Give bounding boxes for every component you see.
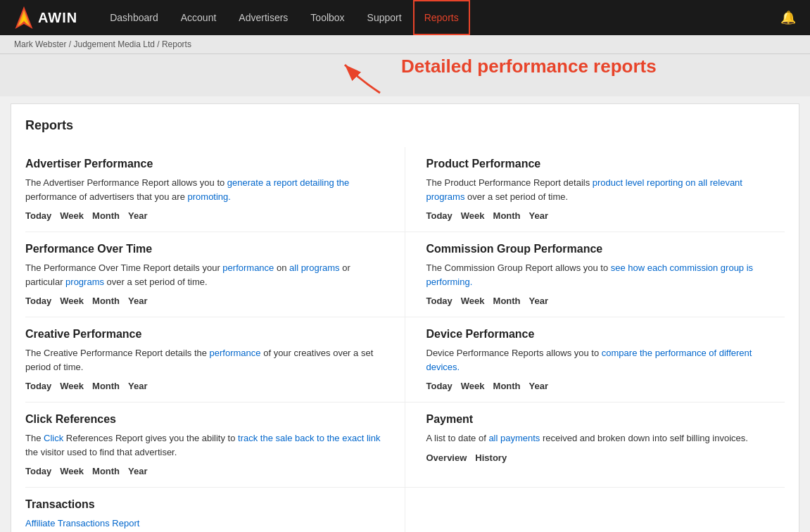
- report-links-device-performance: Today Week Month Year: [426, 381, 771, 391]
- advertiser-today-link[interactable]: Today: [25, 210, 51, 221]
- product-week-link[interactable]: Week: [461, 210, 485, 221]
- report-links-payment: Overview History: [426, 452, 771, 463]
- breadcrumb-judgement-media[interactable]: Judgement Media Ltd: [73, 39, 154, 49]
- device-week-link[interactable]: Week: [461, 381, 485, 391]
- perf-link-all[interactable]: all programs: [289, 262, 340, 273]
- logo-text: AWIN: [38, 10, 77, 26]
- report-item-transactions: Transactions Affiliate Transactions Repo…: [25, 488, 405, 532]
- transactions-affiliate-link[interactable]: Affiliate Transactions Report: [25, 518, 139, 528]
- report-title-click-references: Click References: [25, 413, 384, 426]
- report-item-click-references: Click References The Click References Re…: [25, 403, 405, 488]
- perf-week-link[interactable]: Week: [60, 296, 84, 306]
- payment-link-all[interactable]: all payments: [488, 433, 540, 443]
- click-today-link[interactable]: Today: [25, 466, 51, 476]
- report-desc-device-performance: Device Performance Reports allows you to…: [426, 346, 771, 374]
- creative-year-link[interactable]: Year: [128, 381, 147, 391]
- comm-year-link[interactable]: Year: [529, 296, 548, 306]
- comm-today-link[interactable]: Today: [426, 296, 453, 306]
- nav-toolbox[interactable]: Toolbox: [299, 0, 355, 35]
- reports-grid: Advertiser Performance The Advertiser Pe…: [25, 147, 785, 532]
- report-link-promoting[interactable]: promoting.: [188, 191, 231, 202]
- report-title-transactions: Transactions: [25, 498, 384, 511]
- report-links-click-references: Today Week Month Year: [25, 466, 384, 476]
- page-title: Reports: [25, 118, 785, 133]
- click-month-link[interactable]: Month: [92, 466, 120, 476]
- comm-link-see[interactable]: see how each commission group is: [611, 262, 753, 273]
- report-links-advertiser-performance: Today Week Month Year: [25, 210, 384, 221]
- perf-month-link[interactable]: Month: [92, 296, 120, 306]
- device-link-compare[interactable]: compare the performance of different dev…: [426, 348, 752, 372]
- click-link-click[interactable]: Click: [44, 433, 63, 443]
- report-links-product-performance: Today Week Month Year: [426, 210, 771, 221]
- comm-link-performing[interactable]: performing.: [426, 277, 473, 287]
- report-desc-advertiser-performance: The Advertiser Performance Report allows…: [25, 176, 384, 203]
- device-month-link[interactable]: Month: [493, 381, 521, 391]
- report-desc-click-references: The Click References Report gives you th…: [25, 431, 384, 459]
- main-content: Reports Advertiser Performance The Adver…: [11, 103, 799, 532]
- report-links-commission-group: Today Week Month Year: [426, 296, 771, 306]
- report-desc-payment: A list to date of all payments received …: [426, 431, 771, 445]
- creative-link-performance[interactable]: performance: [210, 348, 261, 358]
- click-week-link[interactable]: Week: [60, 466, 84, 476]
- nav-dashboard[interactable]: Dashboard: [99, 0, 170, 35]
- report-title-creative-performance: Creative Performance: [25, 328, 384, 341]
- report-desc-product-performance: The Product Performance Report details p…: [426, 176, 771, 203]
- advertiser-month-link[interactable]: Month: [92, 210, 120, 221]
- click-link-link[interactable]: link: [367, 433, 381, 443]
- annotation-area: Detailed performance reports: [0, 54, 810, 96]
- creative-week-link[interactable]: Week: [60, 381, 84, 391]
- annotation-arrow-icon: [338, 58, 394, 96]
- perf-today-link[interactable]: Today: [25, 296, 51, 306]
- report-item-creative-performance: Creative Performance The Creative Perfor…: [25, 317, 405, 403]
- comm-week-link[interactable]: Week: [461, 296, 485, 306]
- report-title-advertiser-performance: Advertiser Performance: [25, 158, 384, 170]
- creative-month-link[interactable]: Month: [92, 381, 120, 391]
- product-month-link[interactable]: Month: [493, 210, 521, 221]
- perf-link-performance[interactable]: performance: [222, 262, 274, 273]
- comm-month-link[interactable]: Month: [493, 296, 521, 306]
- report-item-product-performance: Product Performance The Product Performa…: [405, 147, 785, 232]
- device-year-link[interactable]: Year: [529, 381, 548, 391]
- product-today-link[interactable]: Today: [426, 210, 453, 221]
- product-year-link[interactable]: Year: [529, 210, 548, 221]
- report-item-payment: Payment A list to date of all payments r…: [405, 403, 785, 488]
- product-link-product[interactable]: product level reporting on all relevant …: [426, 177, 742, 202]
- nav-account[interactable]: Account: [170, 0, 228, 35]
- breadcrumb-reports[interactable]: Reports: [162, 39, 191, 49]
- report-title-performance-over-time: Performance Over Time: [25, 243, 384, 255]
- report-desc-creative-performance: The Creative Performance Report details …: [25, 346, 384, 374]
- report-desc-commission-group: The Commission Group Report allows you t…: [426, 261, 771, 289]
- click-year-link[interactable]: Year: [128, 466, 147, 476]
- payment-overview-link[interactable]: Overview: [426, 452, 467, 463]
- report-title-product-performance: Product Performance: [426, 158, 771, 170]
- perf-link-programs[interactable]: programs: [65, 277, 104, 287]
- creative-today-link[interactable]: Today: [25, 381, 51, 391]
- annotation: Detailed performance reports: [338, 54, 657, 96]
- breadcrumb: Mark Webster / Judgement Media Ltd / Rep…: [0, 35, 810, 54]
- advertiser-year-link[interactable]: Year: [128, 210, 147, 221]
- perf-year-link[interactable]: Year: [128, 296, 147, 306]
- grid-filler: [405, 488, 785, 532]
- notification-bell-icon[interactable]: 🔔: [780, 10, 796, 25]
- awin-logo-icon: [14, 6, 34, 29]
- report-item-device-performance: Device Performance Device Performance Re…: [405, 317, 785, 403]
- report-item-commission-group: Commission Group Performance The Commiss…: [405, 232, 785, 317]
- main-nav: Dashboard Account Advertisers Toolbox Su…: [99, 0, 780, 35]
- logo: AWIN: [14, 6, 77, 29]
- annotation-text: Detailed performance reports: [401, 56, 657, 77]
- report-link-generate[interactable]: generate a report detailing the: [227, 177, 349, 188]
- device-today-link[interactable]: Today: [426, 381, 453, 391]
- breadcrumb-mark-webster[interactable]: Mark Webster: [14, 39, 66, 49]
- report-title-payment: Payment: [426, 413, 771, 426]
- nav-support[interactable]: Support: [356, 0, 413, 35]
- advertiser-week-link[interactable]: Week: [60, 210, 84, 221]
- report-desc-transactions: Affiliate Transactions Report: [25, 517, 384, 531]
- report-desc-performance-over-time: The Performance Over Time Report details…: [25, 261, 384, 289]
- report-links-creative-performance: Today Week Month Year: [25, 381, 384, 391]
- nav-reports[interactable]: Reports: [413, 0, 470, 35]
- nav-advertisers[interactable]: Advertisers: [227, 0, 299, 35]
- click-link-track[interactable]: track the sale back to the exact: [238, 433, 364, 443]
- payment-history-link[interactable]: History: [475, 452, 507, 463]
- report-title-commission-group: Commission Group Performance: [426, 243, 771, 255]
- report-item-performance-over-time: Performance Over Time The Performance Ov…: [25, 232, 405, 317]
